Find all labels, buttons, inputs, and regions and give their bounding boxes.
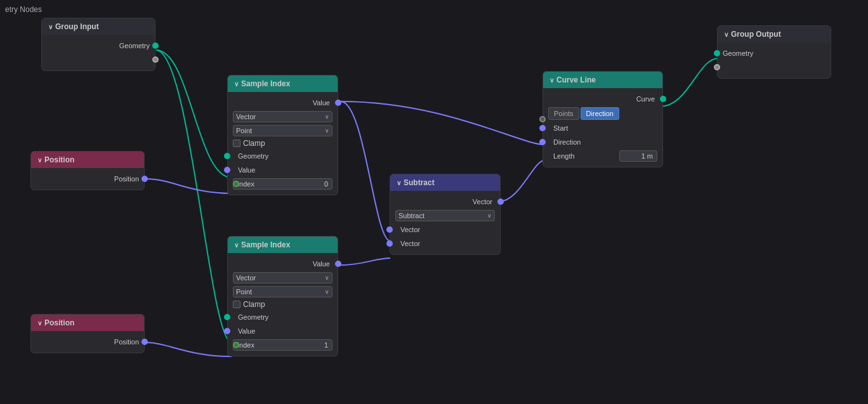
- group-output-collapse[interactable]: ∨: [724, 31, 728, 38]
- position2-collapse[interactable]: ∨: [37, 320, 42, 327]
- point-dropdown2[interactable]: Point ∨: [233, 286, 332, 297]
- extra-input-socket[interactable]: [714, 64, 720, 70]
- vector-dropdown1-label: Vector: [236, 113, 256, 121]
- position2-header: ∨ Position: [31, 315, 144, 331]
- value-input-socket2[interactable]: [224, 328, 230, 334]
- value-output-row2: Value: [228, 257, 338, 271]
- position2-body: Position: [31, 331, 144, 353]
- vector-dropdown1[interactable]: Vector ∨: [233, 111, 332, 122]
- curve-line-node: ∨ Curve Line Curve Points Direction Star…: [542, 71, 663, 167]
- value-output-row1: Value: [228, 96, 338, 110]
- extra-output-socket[interactable]: [152, 56, 159, 63]
- position2-title: Position: [44, 318, 74, 327]
- geometry-input-label1: Geometry: [233, 152, 332, 160]
- value-input-label2: Value: [233, 327, 332, 335]
- index-socket2[interactable]: [233, 342, 239, 348]
- start-label: Start: [548, 124, 657, 132]
- sample-index2-body: Value Vector ∨ Point ∨ Clamp Geometry: [228, 253, 338, 356]
- direction-tab[interactable]: Direction: [581, 107, 619, 120]
- vector-input-socket1[interactable]: [386, 226, 393, 233]
- point-dropdown1-arrow: ∨: [325, 127, 329, 134]
- clamp-row1: Clamp: [228, 138, 338, 149]
- vector-dropdown2[interactable]: Vector ∨: [233, 272, 332, 283]
- position1-collapse[interactable]: ∨: [37, 157, 42, 164]
- vector-input-row2: Vector: [390, 237, 500, 251]
- index-field1[interactable]: Index 0: [233, 178, 332, 190]
- value-input-label1: Value: [233, 166, 332, 174]
- value-output-label1: Value: [233, 99, 330, 107]
- curve-line-body: Curve Points Direction Start Direction L…: [543, 88, 662, 167]
- subtract-dropdown-arrow: ∨: [487, 212, 492, 219]
- group-input-node: ∨ Group Input Geometry: [41, 18, 155, 71]
- vector-output-socket[interactable]: [497, 199, 504, 205]
- group-input-header: ∨ Group Input: [42, 18, 155, 35]
- index-field1-value: 0: [324, 180, 328, 188]
- geometry-input-label2: Geometry: [233, 313, 332, 321]
- sample-index2-collapse[interactable]: ∨: [234, 242, 239, 249]
- clamp-checkbox1[interactable]: [233, 140, 240, 147]
- collapse-icon[interactable]: ∨: [48, 23, 53, 30]
- index-field2-value: 1: [324, 341, 328, 349]
- position2-output-socket[interactable]: [141, 339, 148, 345]
- extra-output-row: [42, 53, 155, 67]
- group-output-node: ∨ Group Output Geometry: [717, 25, 831, 79]
- point-dropdown1[interactable]: Point ∨: [233, 125, 332, 136]
- geo-input-label: Geometry: [723, 49, 825, 57]
- vector-dropdown2-label: Vector: [236, 274, 256, 282]
- clamp-label1: Clamp: [243, 139, 265, 148]
- subtract-dropdown[interactable]: Subtract ∨: [395, 210, 495, 221]
- point-dropdown2-arrow: ∨: [325, 289, 329, 295]
- vector-input-socket2[interactable]: [386, 240, 393, 247]
- curve-line-collapse[interactable]: ∨: [549, 77, 554, 84]
- position1-header: ∨ Position: [31, 152, 144, 168]
- length-field[interactable]: 1 m: [619, 150, 657, 162]
- sample-index1-collapse[interactable]: ∨: [234, 81, 239, 88]
- geometry-input-socket2[interactable]: [224, 314, 230, 320]
- start-socket[interactable]: [539, 125, 546, 131]
- index-row2: Index 1: [228, 338, 338, 352]
- length-socket[interactable]: [539, 116, 546, 122]
- length-row: Length 1 m: [543, 149, 662, 163]
- position1-output-row: Position: [31, 172, 144, 186]
- position1-output-socket[interactable]: [141, 176, 148, 182]
- sample-index1-header: ∨ Sample Index: [228, 75, 338, 92]
- sample-index1-node: ∨ Sample Index Value Vector ∨ Point ∨ Cl…: [227, 75, 338, 195]
- length-label: Length: [553, 152, 617, 160]
- index-row1: Index 0: [228, 177, 338, 191]
- geometry-output-socket[interactable]: [152, 42, 159, 49]
- index-field2[interactable]: Index 1: [233, 339, 332, 351]
- vector-dropdown1-arrow: ∨: [325, 114, 329, 120]
- vector-input-label1: Vector: [395, 226, 495, 233]
- geometry-input-socket1[interactable]: [224, 153, 230, 159]
- point-dropdown1-label: Point: [236, 127, 252, 134]
- vector-dropdown-row2: Vector ∨: [228, 271, 338, 285]
- geometry-label: Geometry: [47, 42, 150, 49]
- curve-output-row: Curve: [543, 92, 662, 106]
- direction-socket[interactable]: [539, 139, 546, 145]
- clamp-row2: Clamp: [228, 299, 338, 310]
- start-row: Start: [543, 121, 662, 135]
- index-field2-label: Index: [237, 341, 254, 349]
- group-output-body: Geometry: [718, 42, 831, 78]
- clamp-checkbox2[interactable]: [233, 301, 240, 308]
- position2-node: ∨ Position Position: [30, 314, 145, 353]
- index-socket1[interactable]: [233, 181, 239, 187]
- vector-input-row1: Vector: [390, 223, 500, 237]
- value-output-socket2[interactable]: [335, 261, 341, 267]
- subtract-dropdown-label: Subtract: [398, 212, 424, 219]
- subtract-collapse[interactable]: ∨: [397, 179, 401, 186]
- clamp-label2: Clamp: [243, 300, 265, 309]
- sample-index2-header: ∨ Sample Index: [228, 237, 338, 253]
- geo-input-socket[interactable]: [714, 50, 720, 56]
- point-dropdown-row1: Point ∨: [228, 124, 338, 138]
- value-output-socket1[interactable]: [335, 100, 341, 106]
- value-input-socket1[interactable]: [224, 167, 230, 173]
- group-output-header: ∨ Group Output: [718, 26, 831, 42]
- points-tab[interactable]: Points: [548, 107, 579, 120]
- position2-output-label: Position: [36, 338, 139, 346]
- direction-label: Direction: [548, 138, 657, 146]
- curve-output-socket[interactable]: [660, 96, 666, 102]
- sample-index2-node: ∨ Sample Index Value Vector ∨ Point ∨ Cl…: [227, 236, 338, 356]
- subtract-title: Subtract: [404, 178, 435, 187]
- position1-title: Position: [44, 155, 74, 164]
